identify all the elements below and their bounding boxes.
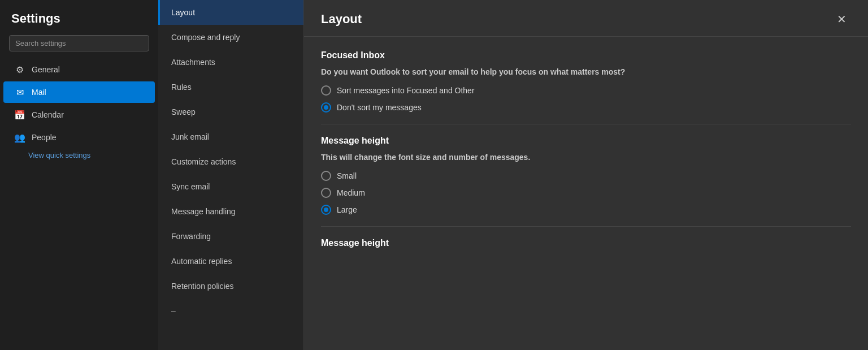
sidebar-item-general-label: General xyxy=(32,65,60,74)
submenu-item-junk-email[interactable]: Junk email xyxy=(158,124,303,149)
calendar-icon: 📅 xyxy=(15,110,25,120)
radio-medium-label: Medium xyxy=(337,188,365,197)
message-height-title: Message height xyxy=(321,136,851,146)
main-body: Focused Inbox Do you want Outlook to sor… xyxy=(304,37,868,269)
submenu-item-attachments[interactable]: Attachments xyxy=(158,50,303,75)
submenu-item-layout[interactable]: Layout xyxy=(158,0,303,25)
radio-circle-medium xyxy=(321,188,331,198)
message-height-section: Message height This will change the font… xyxy=(321,136,851,215)
sidebar-item-people-label: People xyxy=(32,133,57,142)
sidebar-item-calendar-label: Calendar xyxy=(32,110,64,119)
submenu-item-forwarding[interactable]: Forwarding xyxy=(158,224,303,249)
main-content: Layout ✕ Focused Inbox Do you want Outlo… xyxy=(304,0,868,350)
people-icon: 👥 xyxy=(15,132,25,142)
radio-dont-sort[interactable]: Don't sort my messages xyxy=(321,102,851,113)
radio-large[interactable]: Large xyxy=(321,205,851,215)
radio-sort-focused[interactable]: Sort messages into Focused and Other xyxy=(321,85,851,96)
quick-settings-link[interactable]: View quick settings xyxy=(0,149,158,162)
focused-inbox-title: Focused Inbox xyxy=(321,50,851,61)
message-height-title-2: Message height xyxy=(321,238,851,248)
main-header: Layout ✕ xyxy=(304,0,868,37)
main-title: Layout xyxy=(321,12,362,27)
radio-dont-sort-label: Don't sort my messages xyxy=(337,103,422,112)
sidebar-item-people[interactable]: 👥 People xyxy=(3,127,155,148)
submenu-item-automatic-replies[interactable]: Automatic replies xyxy=(158,249,303,274)
sidebar-item-general[interactable]: ⚙ General xyxy=(3,59,155,80)
divider-2 xyxy=(321,226,851,227)
app-title: Settings xyxy=(0,6,158,35)
close-button[interactable]: ✕ xyxy=(832,10,851,28)
gear-icon: ⚙ xyxy=(15,64,25,75)
sidebar-item-mail-label: Mail xyxy=(32,88,46,97)
message-height-section-2: Message height xyxy=(321,238,851,248)
sidebar: Settings ⚙ General ✉ Mail 📅 Calendar 👥 P… xyxy=(0,0,158,350)
focused-inbox-description: Do you want Outlook to sort your email t… xyxy=(321,67,851,76)
submenu-item-sweep[interactable]: Sweep xyxy=(158,100,303,124)
radio-circle-small xyxy=(321,171,331,181)
divider-1 xyxy=(321,124,851,124)
mail-icon: ✉ xyxy=(15,87,25,97)
radio-large-label: Large xyxy=(337,205,357,214)
message-height-description: This will change the font size and numbe… xyxy=(321,153,851,162)
radio-sort-focused-label: Sort messages into Focused and Other xyxy=(337,86,475,95)
radio-circle-dont-sort xyxy=(321,102,331,113)
radio-small[interactable]: Small xyxy=(321,171,851,181)
submenu-item-rules[interactable]: Rules xyxy=(158,75,303,100)
submenu-item-compose-reply[interactable]: Compose and reply xyxy=(158,25,303,50)
search-input[interactable] xyxy=(9,35,149,51)
radio-small-label: Small xyxy=(337,171,357,180)
submenu-item-more[interactable]: – xyxy=(158,299,303,323)
sidebar-item-calendar[interactable]: 📅 Calendar xyxy=(3,104,155,126)
submenu-item-sync-email[interactable]: Sync email xyxy=(158,174,303,199)
submenu-item-customize-actions[interactable]: Customize actions xyxy=(158,149,303,174)
sidebar-item-mail[interactable]: ✉ Mail xyxy=(3,81,155,103)
radio-circle-sort-focused xyxy=(321,85,331,96)
submenu-item-message-handling[interactable]: Message handling xyxy=(158,199,303,224)
focused-inbox-section: Focused Inbox Do you want Outlook to sor… xyxy=(321,50,851,113)
submenu: Layout Compose and reply Attachments Rul… xyxy=(158,0,304,350)
submenu-item-retention-policies[interactable]: Retention policies xyxy=(158,274,303,299)
radio-circle-large xyxy=(321,205,331,215)
radio-medium[interactable]: Medium xyxy=(321,188,851,198)
